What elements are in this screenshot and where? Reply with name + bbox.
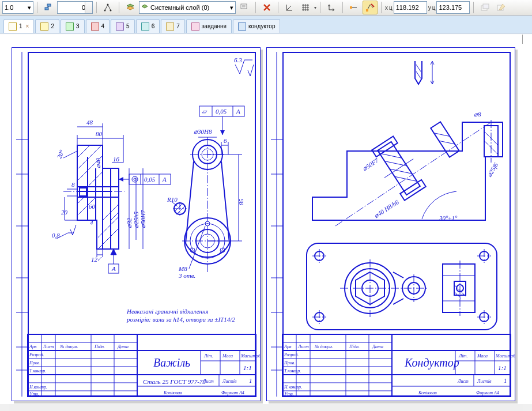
snap-icon[interactable] — [346, 1, 361, 14]
step-mode-icon[interactable] — [41, 1, 56, 14]
svg-text:А: А — [162, 176, 167, 183]
grid-icon[interactable] — [298, 1, 313, 14]
coord-x-label: x — [385, 5, 388, 11]
svg-text:Утв.: Утв. — [284, 391, 294, 397]
separator — [342, 2, 343, 13]
svg-text:48: 48 — [86, 119, 93, 126]
tab-doc-3[interactable]: 3 — [61, 19, 85, 33]
svg-text:Масштаб: Масштаб — [240, 353, 261, 359]
svg-rect-7 — [366, 9, 368, 12]
svg-line-27 — [78, 145, 90, 157]
svg-text:Літ.: Літ. — [458, 353, 468, 359]
svg-text:Формат   А4: Формат А4 — [476, 390, 499, 395]
svg-point-76 — [134, 178, 136, 180]
drawing-canvas[interactable]: 6.3 — [9, 44, 523, 404]
svg-text:6: 6 — [224, 137, 227, 144]
layers-icon[interactable] — [123, 1, 138, 14]
delete-icon[interactable] — [259, 1, 274, 14]
svg-text:▱: ▱ — [202, 108, 207, 115]
tab-doc-5[interactable]: 5 — [111, 19, 135, 33]
coord-x-field[interactable]: 118.192 — [394, 1, 427, 14]
svg-text:Дата: Дата — [117, 344, 129, 349]
svg-text:Маса: Маса — [477, 353, 488, 359]
tab-doc-7[interactable]: 7 — [161, 19, 185, 33]
separator — [381, 2, 382, 13]
svg-text:розмірів: вали за h14, отвори : розмірів: вали за h14, отвори за ±IT14/2 — [126, 316, 235, 323]
coord-y-field[interactable]: 123.175 — [436, 1, 470, 14]
svg-text:16: 16 — [113, 156, 120, 163]
svg-text:Розроб.: Розроб. — [284, 352, 299, 357]
svg-text:Масштаб: Масштаб — [495, 353, 515, 359]
svg-text:Невказані граничні відхилення: Невказані граничні відхилення — [126, 308, 209, 315]
edit-fragment-icon[interactable] — [493, 1, 508, 14]
svg-text:Кондуктор: Кондуктор — [404, 356, 459, 369]
svg-text:Листів: Листів — [222, 379, 237, 384]
svg-text:А: А — [111, 265, 116, 272]
separator — [320, 2, 320, 13]
svg-text:Маса: Маса — [222, 353, 233, 359]
svg-line-37 — [98, 257, 101, 261]
svg-rect-0 — [47, 4, 51, 6]
drawing-svg-right: 30°±1° ⌀40 H8/h6 ⌀50F7 ⌀25f6 ⌀8 — [266, 47, 515, 401]
svg-text:Пров.: Пров. — [284, 360, 295, 365]
layer-combo[interactable]: Системный слой (0) ▾ — [139, 1, 236, 14]
svg-text:Арк: Арк — [284, 344, 292, 349]
svg-text:Н.контр.: Н.контр. — [284, 384, 302, 390]
svg-text:⌀8: ⌀8 — [474, 111, 481, 118]
dropdown-arrow-icon: ▾ — [230, 4, 233, 12]
svg-text:⌀40 H8/h6: ⌀40 H8/h6 — [373, 198, 400, 220]
point-style-icon[interactable] — [100, 1, 115, 14]
step-spinner[interactable]: 0 — [57, 1, 93, 14]
coord-sub: ц — [432, 5, 436, 11]
ruler-horizontal — [9, 35, 523, 44]
svg-text:Розроб.: Розроб. — [29, 352, 44, 357]
lineweight-value: 1.0 — [5, 4, 13, 11]
svg-rect-5 — [241, 4, 247, 9]
svg-text:⌀50F7: ⌀50F7 — [361, 157, 380, 172]
tab-konduktor[interactable]: кондуктор — [233, 19, 280, 33]
svg-text:Лист: Лист — [457, 379, 469, 384]
insert-fragment-icon[interactable] — [477, 1, 492, 14]
svg-line-175 — [384, 152, 407, 175]
layer-manager-icon[interactable] — [237, 1, 252, 14]
tab-doc-6[interactable]: 6 — [136, 19, 160, 33]
svg-point-2 — [104, 10, 106, 12]
svg-text:Важіль: Важіль — [153, 356, 190, 369]
svg-line-34 — [98, 217, 119, 237]
svg-text:М8: М8 — [178, 265, 187, 272]
doc-icon — [238, 22, 246, 31]
coord-y-label: y — [428, 5, 431, 11]
snap-toggle-icon[interactable] — [363, 1, 378, 14]
tab-doc-1[interactable]: 1× — [3, 19, 34, 33]
dropdown-arrow-icon[interactable]: ▾ — [314, 5, 316, 10]
ortho-angle-icon[interactable] — [282, 1, 297, 14]
tab-doc-4[interactable]: 4 — [86, 19, 110, 33]
doc-icon — [191, 22, 199, 31]
doc-icon — [40, 22, 48, 31]
coord-sub: ц — [389, 5, 393, 11]
scrollbar-horizontal[interactable] — [9, 404, 523, 411]
svg-rect-211 — [443, 264, 475, 312]
drawing-svg-left: 6.3 — [12, 47, 261, 401]
svg-text:6.3: 6.3 — [234, 56, 242, 63]
tab-doc-2[interactable]: 2 — [35, 19, 59, 33]
lineweight-combo[interactable]: 1.0 ▾ — [2, 1, 33, 14]
scrollbar-vertical[interactable] — [522, 35, 532, 404]
drawing-page-right: 30°±1° ⌀40 H8/h6 ⌀50F7 ⌀25f6 ⌀8 — [266, 47, 515, 401]
svg-text:Утв.: Утв. — [29, 391, 39, 397]
dropdown-arrow-icon: ▾ — [28, 4, 31, 12]
separator — [473, 2, 474, 13]
svg-text:⌀30H8: ⌀30H8 — [194, 128, 212, 135]
svg-text:Сталь 25  ГОСТ 977-75: Сталь 25 ГОСТ 977-75 — [143, 378, 206, 385]
svg-text:⌀25f6: ⌀25f6 — [486, 161, 500, 178]
svg-line-169 — [335, 122, 491, 226]
svg-text:Формат   А4: Формат А4 — [221, 390, 244, 395]
ucs-icon[interactable] — [324, 1, 339, 14]
layer-icon — [141, 4, 148, 11]
drawing-area: 6.3 — [0, 33, 532, 411]
close-icon[interactable]: × — [26, 23, 29, 29]
svg-line-36 — [111, 212, 119, 220]
tab-zavdannya[interactable]: завдання — [186, 19, 232, 33]
svg-text:Н.контр.: Н.контр. — [29, 384, 47, 390]
svg-text:Пров.: Пров. — [29, 360, 40, 365]
